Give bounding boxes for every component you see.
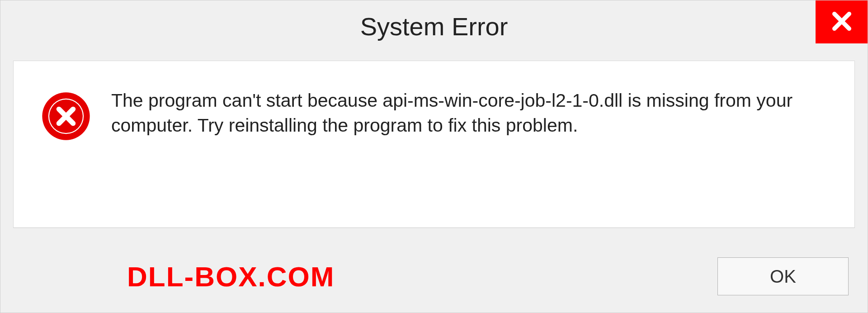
footer: DLL-BOX.COM OK [0,249,868,304]
ok-button[interactable]: OK [717,257,849,295]
error-message: The program can't start because api-ms-w… [111,88,798,138]
error-dialog: System Error The program can't start bec… [0,0,868,313]
titlebar: System Error [0,0,868,52]
dialog-title: System Error [360,12,508,41]
close-icon [829,9,854,36]
content-panel: The program can't start because api-ms-w… [13,61,855,228]
error-icon [41,91,91,143]
ok-button-label: OK [770,266,796,287]
close-button[interactable] [816,0,868,43]
watermark-text: DLL-BOX.COM [127,261,335,293]
